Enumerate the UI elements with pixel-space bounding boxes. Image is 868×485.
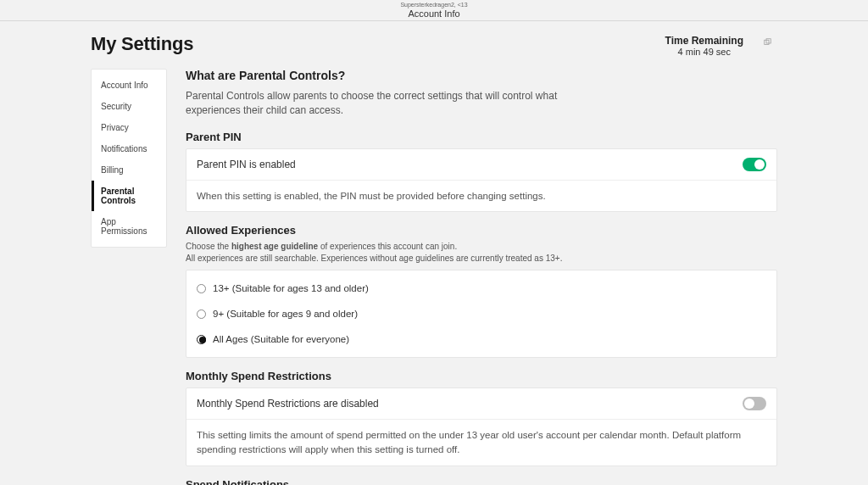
allowed-exp-heading: Allowed Experiences [186, 224, 777, 237]
radio-icon [197, 335, 206, 344]
time-remaining: Time Remaining 4 min 49 sec [665, 35, 777, 57]
divider [186, 419, 776, 420]
allowed-exp-option-13plus[interactable]: 13+ (Suitable for ages 13 and older) [197, 276, 766, 301]
sidebar-item-notifications[interactable]: Notifications [92, 138, 166, 159]
sidebar-item-billing[interactable]: Billing [92, 159, 166, 181]
breadcrumb: Account Info [0, 8, 868, 20]
parent-pin-heading: Parent PIN [186, 131, 777, 143]
monthly-spend-status: Monthly Spend Restrictions are disabled [197, 398, 379, 410]
allowed-exp-meta2: All experiences are still searchable. Ex… [186, 254, 777, 263]
parent-pin-status: Parent PIN is enabled [197, 159, 296, 170]
time-remaining-label: Time Remaining [665, 35, 743, 47]
divider [186, 180, 776, 181]
monthly-spend-card: Monthly Spend Restrictions are disabled … [186, 387, 777, 465]
top-bar: Supersterkedragen2, <13 Account Info [0, 0, 868, 21]
page-title: My Settings [91, 33, 193, 55]
sidebar-item-security[interactable]: Security [92, 96, 166, 117]
intro-heading: What are Parental Controls? [186, 69, 777, 82]
sidebar-item-app-permissions[interactable]: App Permissions [92, 211, 166, 242]
allowed-exp-options: 13+ (Suitable for ages 13 and older) 9+ … [186, 270, 777, 358]
allowed-exp-meta1: Choose the highest age guideline of expe… [186, 242, 777, 251]
parent-pin-desc: When this setting is enabled, the PIN mu… [197, 189, 766, 203]
allowed-exp-option-all-ages[interactable]: All Ages (Suitable for everyone) [197, 326, 766, 352]
sidebar-item-parental-controls[interactable]: Parental Controls [92, 181, 166, 211]
sidebar-item-privacy[interactable]: Privacy [92, 117, 166, 138]
radio-icon [197, 284, 206, 293]
intro-body: Parental Controls allow parents to choos… [186, 89, 559, 119]
top-username: Supersterkedragen2, <13 [0, 1, 868, 8]
parent-pin-toggle[interactable] [743, 158, 766, 171]
monthly-spend-toggle[interactable] [743, 397, 766, 410]
monthly-spend-heading: Monthly Spend Restrictions [186, 370, 777, 382]
popout-icon[interactable] [764, 36, 771, 48]
allowed-exp-option-9plus[interactable]: 9+ (Suitable for ages 9 and older) [197, 301, 766, 326]
parent-pin-card: Parent PIN is enabled When this setting … [186, 148, 777, 213]
sidebar-item-account-info[interactable]: Account Info [92, 75, 166, 96]
time-remaining-value: 4 min 49 sec [665, 47, 743, 57]
monthly-spend-desc: This setting limits the amount of spend … [197, 428, 766, 456]
settings-main: What are Parental Controls? Parental Con… [186, 69, 777, 485]
spend-notif-heading: Spend Notifications [186, 478, 777, 485]
radio-icon [197, 309, 206, 319]
settings-sidebar: Account Info Security Privacy Notificati… [91, 69, 167, 248]
